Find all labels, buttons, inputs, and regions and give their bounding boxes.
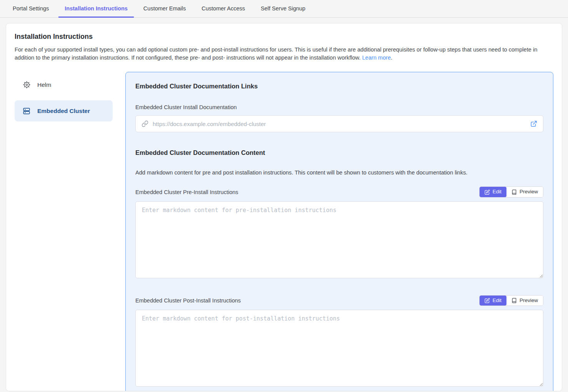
- embedded-cluster-panel: Embedded Cluster Documentation Links Emb…: [125, 72, 553, 391]
- post-install-preview-button[interactable]: Preview: [506, 296, 543, 306]
- tab-customer-access[interactable]: Customer Access: [195, 0, 251, 18]
- install-documentation-label: Embedded Cluster Install Documentation: [135, 104, 543, 110]
- sidebar-item-embedded-cluster[interactable]: Embedded Cluster: [15, 100, 113, 121]
- installation-instructions-card: Installation Instructions For each of yo…: [6, 23, 562, 391]
- open-external-link-button[interactable]: [530, 120, 537, 127]
- install-documentation-url-input[interactable]: [153, 121, 526, 127]
- tab-portal-settings[interactable]: Portal Settings: [7, 0, 55, 18]
- documentation-links-title: Embedded Cluster Documentation Links: [135, 83, 543, 90]
- edit-icon: [485, 189, 490, 195]
- documentation-content-description: Add markdown content for pre and post in…: [135, 169, 543, 176]
- page-description-text: For each of your supported install types…: [15, 47, 537, 61]
- book-icon: [511, 189, 517, 195]
- post-install-header: Embedded Cluster Post-Install Instructio…: [135, 295, 543, 306]
- edit-icon: [485, 298, 490, 303]
- sidebar-item-label: Helm: [37, 81, 51, 88]
- learn-more-link[interactable]: Learn more: [362, 55, 391, 61]
- install-type-nav: Helm Embedded Cluster: [15, 72, 113, 126]
- book-icon: [511, 298, 517, 303]
- tab-installation-instructions[interactable]: Installation Instructions: [58, 0, 134, 18]
- preview-button-label: Preview: [520, 297, 538, 304]
- pre-install-mode-toggle: Edit Preview: [479, 186, 543, 197]
- post-install-mode-toggle: Edit Preview: [479, 295, 543, 306]
- external-link-icon: [530, 120, 537, 127]
- link-icon: [142, 120, 148, 127]
- helm-icon: [22, 81, 31, 89]
- settings-tabbar: Portal Settings Installation Instruction…: [0, 0, 568, 18]
- post-install-label: Embedded Cluster Post-Install Instructio…: [135, 297, 241, 304]
- pre-install-preview-button[interactable]: Preview: [506, 187, 543, 197]
- page-description: For each of your supported install types…: [15, 46, 553, 61]
- pre-install-label: Embedded Cluster Pre-Install Instruction…: [135, 189, 238, 195]
- edit-button-label: Edit: [493, 189, 501, 195]
- learn-more-period: .: [391, 55, 392, 61]
- server-stack-icon: [22, 107, 31, 115]
- tab-customer-emails[interactable]: Customer Emails: [137, 0, 192, 18]
- sidebar-item-helm[interactable]: Helm: [15, 74, 113, 95]
- pre-install-header: Embedded Cluster Pre-Install Instruction…: [135, 186, 543, 197]
- preview-button-label: Preview: [520, 189, 538, 195]
- content-row: Helm Embedded Cluster Embedded Cluster D…: [15, 72, 553, 391]
- edit-button-label: Edit: [493, 297, 501, 304]
- install-documentation-url-field: [135, 115, 543, 132]
- documentation-content-title: Embedded Cluster Documentation Content: [135, 149, 543, 156]
- pre-install-markdown-textarea[interactable]: [135, 201, 543, 278]
- tab-self-serve-signup[interactable]: Self Serve Signup: [255, 0, 311, 18]
- post-install-edit-button[interactable]: Edit: [480, 296, 506, 306]
- pre-install-edit-button[interactable]: Edit: [480, 187, 506, 197]
- post-install-markdown-textarea[interactable]: [135, 310, 543, 387]
- sidebar-item-label: Embedded Cluster: [37, 108, 90, 115]
- page-title: Installation Instructions: [15, 33, 553, 41]
